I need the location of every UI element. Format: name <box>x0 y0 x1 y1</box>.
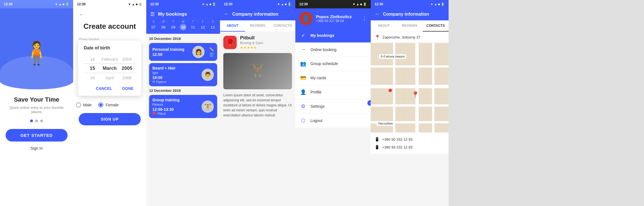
venue-icon-2: ⊘ <box>152 80 155 83</box>
booking-2-sub: Igor <box>152 71 202 75</box>
booking-1-time: 12:00 <box>152 52 192 57</box>
settings-label: Settings <box>310 104 325 109</box>
online-booking-label: Online booking <box>310 47 336 52</box>
week-day-3: W 10 <box>180 20 186 30</box>
phone-icon-2: 📱 <box>375 145 379 149</box>
menu-item-online-booking[interactable]: → Online booking <box>295 43 371 57</box>
tab-reviews[interactable]: REVIEWS <box>245 20 270 32</box>
week-day-6: S 13 <box>209 20 216 30</box>
menu-item-my-cards[interactable]: 💳 My cards <box>295 71 371 85</box>
week-day-4: T 11 <box>190 20 196 30</box>
male-radio[interactable] <box>76 102 81 107</box>
date-picker-actions: CANCEL DONE <box>84 85 136 92</box>
phone-number-1: +380 50 332 12 93 <box>382 137 413 142</box>
avatar-emoji: 👤 <box>302 15 310 22</box>
back-button-2[interactable]: ← <box>79 11 84 18</box>
menu-item-group-schedule[interactable]: 👥 Group schedule <box>295 57 371 71</box>
road-v-2 <box>415 43 419 132</box>
week-num-5: 12 <box>200 24 206 30</box>
map-label-2: Укрсоцбанк <box>376 121 394 126</box>
status-time-1: 12:30 <box>4 2 13 6</box>
screen-save-your-time: 12:30 ▼ ▲ ■ 🔋 🧍 Save Your Time Quick onl… <box>0 0 73 206</box>
date-done-button[interactable]: DONE <box>120 85 136 92</box>
gender-female[interactable]: Female <box>98 102 119 107</box>
back-button-4[interactable]: ← <box>224 11 229 20</box>
get-started-button[interactable]: GET STARTED <box>6 129 68 142</box>
profile-header: 👤 Popus Zlotkovitcz +380 50 317 89 04 ⋮ <box>295 8 371 28</box>
address-bar: 📍 Zaporozhe, Soborny 37 <box>371 32 449 43</box>
status-time-5: 12:30 <box>299 2 308 6</box>
profile-avatar: 👤 <box>299 12 313 25</box>
online-booking-icon: → <box>300 47 307 52</box>
menu-item-logout[interactable]: ⬡ Logout <box>295 114 371 128</box>
menu-item-my-bookings[interactable]: ✓ My bookings <box>295 28 371 43</box>
week-num-1: 08 <box>160 24 167 30</box>
road-h-1 <box>371 65 449 68</box>
profile-name: Popus Zlotkovitcz <box>316 14 352 19</box>
week-day-1: M 08 <box>160 20 167 30</box>
hamburger-icon[interactable]: ☰ <box>150 11 155 17</box>
status-bar-5: 12:30 ▼ ▲ ■ 🔋 <box>295 0 371 8</box>
profile-menu: ✓ My bookings → Online booking 👥 Group s… <box>295 28 371 128</box>
bookings-header: ☰ My bookings S 07 M 08 T 09 W 10 T 11 <box>146 8 220 34</box>
menu-item-profile[interactable]: 👤 Profile <box>295 85 371 99</box>
tab-about[interactable]: ABOUT <box>220 20 245 32</box>
date-picker-columns: 14 15 16 February March April 2004 2005 … <box>84 55 136 82</box>
week-label-4: T <box>192 20 194 23</box>
status-icons-2: ▼ ▲ ■ 🔋 <box>128 3 142 6</box>
gender-male[interactable]: Male <box>76 102 92 107</box>
female-label: Female <box>106 103 119 107</box>
tab-contacts[interactable]: CONTACTS <box>270 20 295 32</box>
gender-row: Male Female <box>73 102 146 107</box>
booking-card-2[interactable]: Beard + Hair Igor 19:00 ⊘ Figaros 👨 <box>149 63 217 86</box>
signup-button[interactable]: SIGN UP <box>79 113 141 125</box>
back-button-6[interactable]: ← <box>375 11 380 20</box>
screen-company-info: 12:30 ▼ ▲ ■ 🔋 ← Company information ABOU… <box>220 0 295 206</box>
contacts-header: ← Company information <box>371 8 449 20</box>
company-type: Boxing & Gym <box>240 41 263 45</box>
week-label-2: T <box>173 20 174 23</box>
gym-photo-placeholder: 🏋️ <box>249 63 266 79</box>
more-options-icon[interactable]: ⋮ <box>362 15 367 21</box>
week-label-6: S <box>212 20 214 23</box>
screen1-body: 🧍 Save Your Time Quick online entry to y… <box>0 0 73 206</box>
map-location-marker: 📍 <box>411 91 420 99</box>
company-name: Pitbull <box>240 35 263 41</box>
sign-in-link[interactable]: Sign In <box>30 146 43 150</box>
edit-icon-1[interactable]: ✏️ <box>209 47 214 51</box>
booking-2-name: Beard + Hair <box>152 66 202 70</box>
company-card: 🥊 Pitbull Boxing & Gym ★★★★★ <box>223 35 292 50</box>
year-selected: 2005 <box>118 64 136 73</box>
booking-2-avatar: 👨 <box>202 69 214 81</box>
booking-card-1-right: 👩 ✏️ 🗑️ <box>192 46 214 58</box>
map-label-1: Б-б міська лікарня <box>379 54 406 59</box>
status-time-4: 12:30 <box>224 2 233 6</box>
booking-card-1-info: Personal training 12:00 <box>152 47 192 57</box>
pin-icon: 📍 <box>375 35 380 40</box>
company-tabs: ABOUT REVIEWS CONTACTS <box>220 20 295 32</box>
female-radio[interactable] <box>98 102 103 107</box>
create-account-title: Create account <box>79 22 141 31</box>
month-selected: March <box>101 64 118 73</box>
booking-card-3-info: Group training Fitness 12:00-13:30 🔴 Pit… <box>152 98 202 115</box>
road-h-2 <box>371 85 449 88</box>
week-label-1: M <box>162 20 164 23</box>
dot-1 <box>30 119 33 122</box>
booking-card-3-right: 🏋️ <box>202 100 214 113</box>
booking-card-1[interactable]: Personal training 12:00 👩 ✏️ 🗑️ <box>149 43 217 61</box>
group-schedule-label: Group schedule <box>310 61 338 66</box>
day-selected: 15 <box>84 64 101 73</box>
status-time-2: 12:30 <box>77 2 86 6</box>
company-description: Lorem ipsum dolor sit amet, consectetur … <box>223 93 292 118</box>
date-cancel-button[interactable]: CANCEL <box>94 85 114 92</box>
tab-about-6[interactable]: ABOUT <box>371 20 397 32</box>
booking-card-3[interactable]: Group training Fitness 12:00-13:30 🔴 Pit… <box>149 95 217 118</box>
booking-1-avatar: 👩 <box>192 46 205 58</box>
company-photo: 🏋️ <box>223 53 292 89</box>
date-picker-title: Date of birth <box>84 45 136 51</box>
tab-reviews-6[interactable]: REVIEWS <box>397 20 423 32</box>
tab-contacts-6[interactable]: CONTACTS <box>423 20 449 32</box>
delete-icon-1[interactable]: 🗑️ <box>209 52 214 57</box>
map-area[interactable]: 📍 Б-б міська лікарня Укрсоцбанк <box>371 43 449 132</box>
menu-item-settings[interactable]: ⚙ Settings <box>295 99 371 114</box>
